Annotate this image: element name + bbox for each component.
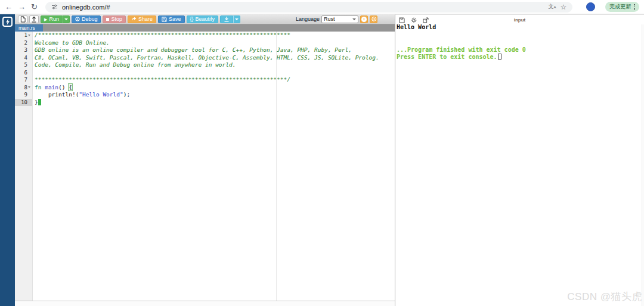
info-icon: i xyxy=(361,17,367,22)
run-button-group: ▶ Run xyxy=(41,15,70,23)
address-bar[interactable]: onlinegdb.com/# 文A ☆ xyxy=(45,2,572,13)
site-info-icon[interactable] xyxy=(51,4,58,10)
console-scrollbar[interactable] xyxy=(642,24,644,306)
gutter-cell[interactable]: 3 xyxy=(15,46,32,54)
code-line: Welcome to GDB Online. xyxy=(35,39,395,47)
profile-avatar[interactable] xyxy=(586,2,595,11)
input-label: input xyxy=(395,17,644,23)
debug-button[interactable]: Debug xyxy=(72,15,101,23)
code-line: C#, OCaml, VB, Swift, Pascal, Fortran, H… xyxy=(35,54,395,62)
back-icon[interactable]: ← xyxy=(5,3,13,11)
save-icon xyxy=(162,17,167,22)
update-label: 完成更新 xyxy=(609,3,631,11)
code-line: } xyxy=(35,99,395,107)
run-options-dropdown[interactable] xyxy=(63,15,70,23)
translate-icon[interactable]: 文A xyxy=(549,3,556,11)
new-file-button[interactable] xyxy=(18,15,27,23)
bookmark-star-icon[interactable]: ☆ xyxy=(561,3,567,11)
gutter-cell[interactable]: 7 xyxy=(15,76,32,84)
run-label: Run xyxy=(49,17,59,22)
code-line: GDB online is an online compiler and deb… xyxy=(35,46,395,54)
console-line: Press ENTER to exit console. xyxy=(397,54,643,61)
forward-icon[interactable]: → xyxy=(18,3,26,11)
tab-main-rs[interactable]: main.rs xyxy=(15,24,43,32)
console-cursor xyxy=(498,54,501,60)
fold-toggle-icon[interactable] xyxy=(27,32,32,39)
print-margin-line xyxy=(276,32,277,301)
console-panel: input Hello World...Program finished wit… xyxy=(395,14,644,306)
url-text: onlinegdb.com/# xyxy=(62,4,110,11)
console-toolbar: input xyxy=(395,15,644,24)
editor-tab-bar: main.rs xyxy=(15,24,395,32)
download-button[interactable] xyxy=(220,15,233,23)
upload-project-button[interactable] xyxy=(29,15,39,23)
gutter-cell[interactable]: 10 xyxy=(15,99,32,107)
run-button[interactable]: ▶ Run xyxy=(41,15,63,23)
stop-icon xyxy=(106,18,109,21)
language-value: Rust xyxy=(324,16,335,22)
share-icon xyxy=(131,17,137,21)
debug-label: Debug xyxy=(82,17,98,22)
code-line: ****************************************… xyxy=(35,76,395,84)
editor-column: ▶ Run Debug Stop Share xyxy=(15,14,395,306)
caret-down-icon xyxy=(235,18,239,20)
gutter-cell[interactable]: 6 xyxy=(15,69,32,77)
language-select[interactable]: Rust xyxy=(321,15,358,23)
code-line: /***************************************… xyxy=(35,32,395,39)
language-label: Language xyxy=(296,16,320,22)
console-line: Hello World xyxy=(397,24,643,32)
gdb-logo[interactable] xyxy=(2,17,13,27)
gutter-cell[interactable]: 5 xyxy=(15,61,32,69)
ide-toolbar: ▶ Run Debug Stop Share xyxy=(15,14,395,24)
gutter-cell[interactable]: 1 xyxy=(15,32,32,39)
gutter: 12345678910 xyxy=(15,32,33,301)
beautify-button[interactable]: {} Beautify xyxy=(187,15,219,23)
gutter-cell[interactable]: 9 xyxy=(15,91,32,99)
save-label: Save xyxy=(169,17,181,22)
browser-update-button[interactable]: 完成更新 xyxy=(605,2,639,12)
code-line: println!("Hello World"); xyxy=(35,91,395,99)
code-editor[interactable]: 12345678910 /***************************… xyxy=(15,32,395,301)
console-line xyxy=(397,32,643,39)
debug-icon xyxy=(75,17,80,21)
stop-label: Stop xyxy=(111,17,122,22)
left-sidebar xyxy=(0,14,15,306)
download-icon xyxy=(224,16,230,22)
code-line: Code, Compile, Run and Debug online from… xyxy=(35,61,395,69)
online-gdb-app: ▶ Run Debug Stop Share xyxy=(0,14,644,306)
new-file-icon xyxy=(20,16,26,23)
code-lines[interactable]: /***************************************… xyxy=(33,32,395,301)
console-line: ...Program finished with exit code 0 xyxy=(397,46,643,54)
console-output[interactable]: Hello World...Program finished with exit… xyxy=(395,24,644,306)
console-line xyxy=(397,39,643,46)
share-button[interactable]: Share xyxy=(128,15,156,23)
braces-icon: {} xyxy=(190,17,194,22)
caret-down-icon xyxy=(64,18,68,20)
browser-toolbar: ← → ↻ onlinegdb.com/# 文A ☆ 完成更新 xyxy=(0,0,644,14)
editor-bottom-strip xyxy=(15,301,395,306)
reload-icon[interactable]: ↻ xyxy=(31,3,38,11)
download-options-dropdown[interactable] xyxy=(233,15,240,23)
code-line xyxy=(35,69,395,77)
stop-button[interactable]: Stop xyxy=(103,15,126,23)
language-group: Language Rust i xyxy=(296,15,392,23)
lightning-bolt-icon xyxy=(5,18,10,25)
editor-cursor xyxy=(38,99,41,105)
play-icon: ▶ xyxy=(44,17,47,21)
menu-dots-icon[interactable] xyxy=(634,4,635,9)
gutter-cell[interactable]: 2 xyxy=(15,39,32,47)
select-caret-icon xyxy=(352,18,356,20)
gear-icon xyxy=(371,16,377,22)
beautify-label: Beautify xyxy=(196,17,215,22)
save-button[interactable]: Save xyxy=(158,15,185,23)
editor-settings-button[interactable] xyxy=(370,15,377,23)
fold-toggle-icon[interactable] xyxy=(27,84,32,92)
gutter-cell[interactable]: 8 xyxy=(15,84,32,92)
download-button-group xyxy=(220,15,240,23)
code-line: fn main() { xyxy=(35,84,395,92)
gutter-cell[interactable]: 4 xyxy=(15,54,32,62)
language-info-button[interactable]: i xyxy=(360,15,368,23)
upload-icon xyxy=(31,16,37,23)
share-label: Share xyxy=(138,17,153,22)
